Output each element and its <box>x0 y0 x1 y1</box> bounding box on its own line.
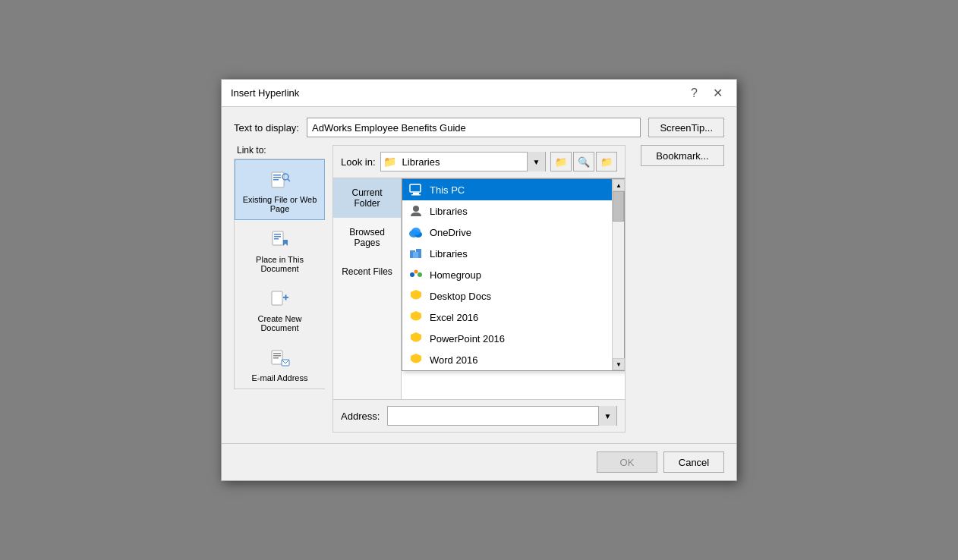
address-label: Address: <box>341 411 380 422</box>
address-combo[interactable]: ▼ <box>387 406 617 426</box>
svg-rect-9 <box>274 238 279 240</box>
place-label: Place in This Document <box>239 255 320 273</box>
look-in-label: Look in: <box>341 156 376 168</box>
create-icon <box>268 287 292 311</box>
powerpoint-label: PowerPoint 2016 <box>430 333 505 344</box>
create-new-document-button[interactable]: Create New Document <box>235 279 325 338</box>
nav-browsed-pages[interactable]: Browsed Pages <box>333 218 401 257</box>
svg-point-29 <box>410 272 414 277</box>
svg-rect-21 <box>411 194 421 196</box>
desktop-docs-icon <box>408 288 424 304</box>
email-icon <box>268 346 292 370</box>
svg-rect-11 <box>272 291 282 305</box>
dropdown-item-homegroup[interactable]: Homegroup <box>402 264 624 285</box>
look-in-arrow[interactable]: ▼ <box>527 152 545 171</box>
left-panel: Link to: <box>234 145 325 433</box>
dropdown-list: This PC <box>402 178 625 371</box>
dropdown-item-libraries-user[interactable]: Libraries <box>402 200 624 222</box>
this-pc-icon <box>408 182 424 197</box>
onedrive-label: OneDrive <box>430 227 471 238</box>
svg-rect-2 <box>273 177 281 178</box>
cancel-button[interactable]: Cancel <box>663 451 724 473</box>
link-to-label: Link to: <box>234 145 325 156</box>
scroll-down-btn[interactable]: ▼ <box>613 358 625 370</box>
scroll-track <box>613 191 624 358</box>
dialog-body: Text to display: ScreenTip... Link to: <box>222 107 736 443</box>
svg-point-22 <box>413 206 419 212</box>
nav-current-folder[interactable]: Current Folder <box>333 178 401 218</box>
dropdown-item-libraries[interactable]: Libraries <box>402 243 624 264</box>
dialog-title: Insert Hyperlink <box>231 87 299 99</box>
svg-rect-8 <box>274 236 281 238</box>
libraries-user-label: Libraries <box>430 206 468 217</box>
excel-folder-icon <box>408 310 424 325</box>
look-in-folder-icon: 📁 <box>381 156 399 168</box>
nav-panel: Current Folder Browsed Pages Recent File… <box>333 178 402 399</box>
right-section: Look in: 📁 Libraries ▼ 📁 🔍 📁 <box>332 145 724 433</box>
address-row: Address: ▼ <box>333 399 625 432</box>
email-address-button[interactable]: E-mail Address <box>235 338 325 389</box>
help-button[interactable]: ? <box>686 86 702 101</box>
toolbar-btn-2[interactable]: 🔍 <box>573 152 594 171</box>
look-in-row: Look in: 📁 Libraries ▼ 📁 🔍 📁 <box>333 146 625 178</box>
svg-rect-16 <box>273 355 281 357</box>
title-bar: Insert Hyperlink ? ✕ <box>222 80 736 107</box>
svg-rect-15 <box>273 353 281 354</box>
file-list-container: This PC <box>402 178 625 399</box>
scroll-up-btn[interactable]: ▲ <box>613 179 625 191</box>
svg-point-31 <box>414 270 418 274</box>
word-label: Word 2016 <box>430 354 477 366</box>
excel-label: Excel 2016 <box>430 312 478 323</box>
libraries-icon <box>408 246 424 261</box>
svg-marker-10 <box>283 240 288 246</box>
this-pc-label: This PC <box>430 184 465 196</box>
svg-rect-20 <box>413 193 419 194</box>
bookmark-button[interactable]: Bookmark... <box>641 145 724 166</box>
dropdown-item-excel[interactable]: Excel 2016 <box>402 307 624 328</box>
user-icon <box>408 203 424 219</box>
dropdown-scrollbar: ▲ ▼ <box>612 179 624 370</box>
email-label: E-mail Address <box>252 373 308 382</box>
ok-button[interactable]: OK <box>597 451 657 473</box>
svg-rect-7 <box>274 234 281 235</box>
file-browser: Look in: 📁 Libraries ▼ 📁 🔍 📁 <box>332 145 626 433</box>
toolbar-btn-3[interactable]: 📁 <box>596 152 617 171</box>
svg-rect-17 <box>273 357 279 359</box>
toolbar-btn-1[interactable]: 📁 <box>550 152 572 171</box>
svg-rect-28 <box>413 252 418 258</box>
nav-recent-files[interactable]: Recent Files <box>333 257 401 286</box>
svg-rect-1 <box>273 175 281 176</box>
screentip-button[interactable]: ScreenTip... <box>648 118 724 137</box>
place-in-document-button[interactable]: Place in This Document <box>235 220 325 279</box>
dropdown-item-powerpoint[interactable]: PowerPoint 2016 <box>402 328 624 349</box>
svg-rect-19 <box>410 184 421 192</box>
existing-file-label: Existing File or Web Page <box>240 195 320 213</box>
create-label: Create New Document <box>239 314 320 332</box>
existing-file-button[interactable]: Existing File or Web Page <box>235 159 325 220</box>
dropdown-item-desktop-docs[interactable]: Desktop Docs <box>402 285 624 307</box>
address-arrow[interactable]: ▼ <box>598 406 616 426</box>
svg-line-5 <box>288 179 290 181</box>
close-button[interactable]: ✕ <box>708 86 727 101</box>
homegroup-label: Homegroup <box>430 269 481 281</box>
look-in-combo[interactable]: 📁 Libraries ▼ <box>380 152 546 171</box>
dropdown-item-this-pc[interactable]: This PC <box>402 179 624 200</box>
svg-rect-3 <box>273 179 279 181</box>
onedrive-icon <box>408 225 424 240</box>
desktop-docs-label: Desktop Docs <box>430 291 491 302</box>
existing-file-icon <box>268 168 292 192</box>
text-to-display-label: Text to display: <box>234 122 299 134</box>
content-and-buttons: Look in: 📁 Libraries ▼ 📁 🔍 📁 <box>332 145 724 433</box>
homegroup-icon <box>408 267 424 282</box>
dropdown-item-onedrive[interactable]: OneDrive <box>402 222 624 243</box>
link-to-panel: Existing File or Web Page <box>234 159 325 389</box>
look-in-value: Libraries <box>399 156 527 168</box>
dropdown-item-word[interactable]: Word 2016 <box>402 349 624 370</box>
toolbar-buttons: 📁 🔍 📁 <box>550 152 617 171</box>
main-area: Link to: <box>234 145 724 433</box>
scroll-thumb[interactable] <box>613 191 624 222</box>
text-to-display-input[interactable] <box>307 118 641 137</box>
svg-point-25 <box>411 228 421 235</box>
insert-hyperlink-dialog: Insert Hyperlink ? ✕ Text to display: Sc… <box>221 79 737 481</box>
right-buttons-col: Bookmark... <box>633 145 724 433</box>
